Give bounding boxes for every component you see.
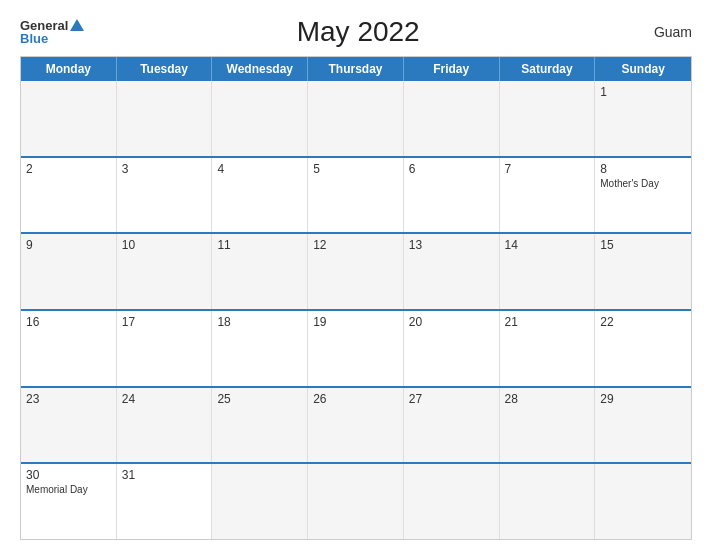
cal-cell <box>308 81 404 156</box>
cal-cell: 15 <box>595 234 691 309</box>
day-number: 26 <box>313 392 398 406</box>
calendar-body: 12345678Mother's Day91011121314151617181… <box>21 81 691 539</box>
cal-cell: 6 <box>404 158 500 233</box>
day-number: 3 <box>122 162 207 176</box>
day-number: 15 <box>600 238 686 252</box>
cal-cell: 10 <box>117 234 213 309</box>
cal-cell <box>212 464 308 539</box>
cal-cell <box>404 464 500 539</box>
day-number: 24 <box>122 392 207 406</box>
calendar-week-1: 1 <box>21 81 691 156</box>
calendar-week-6: 30Memorial Day31 <box>21 462 691 539</box>
logo-blue-text: Blue <box>20 32 48 45</box>
day-number: 21 <box>505 315 590 329</box>
day-number: 10 <box>122 238 207 252</box>
day-number: 18 <box>217 315 302 329</box>
calendar-title: May 2022 <box>84 16 632 48</box>
cal-cell: 28 <box>500 388 596 463</box>
cal-cell: 7 <box>500 158 596 233</box>
day-number: 17 <box>122 315 207 329</box>
cal-cell: 1 <box>595 81 691 156</box>
cal-cell: 23 <box>21 388 117 463</box>
day-number: 2 <box>26 162 111 176</box>
day-number: 28 <box>505 392 590 406</box>
day-header-sunday: Sunday <box>595 57 691 81</box>
header: General Blue May 2022 Guam <box>20 16 692 48</box>
cal-cell: 30Memorial Day <box>21 464 117 539</box>
day-number: 29 <box>600 392 686 406</box>
day-number: 13 <box>409 238 494 252</box>
cal-cell <box>500 464 596 539</box>
page: General Blue May 2022 Guam MondayTuesday… <box>0 0 712 550</box>
day-header-monday: Monday <box>21 57 117 81</box>
cal-cell: 24 <box>117 388 213 463</box>
day-header-saturday: Saturday <box>500 57 596 81</box>
cal-cell: 18 <box>212 311 308 386</box>
cal-cell <box>500 81 596 156</box>
cal-cell <box>21 81 117 156</box>
cal-cell: 4 <box>212 158 308 233</box>
day-number: 11 <box>217 238 302 252</box>
cal-cell <box>308 464 404 539</box>
day-number: 6 <box>409 162 494 176</box>
cal-cell: 9 <box>21 234 117 309</box>
day-header-wednesday: Wednesday <box>212 57 308 81</box>
logo-text: General Blue <box>20 19 84 45</box>
cal-cell: 21 <box>500 311 596 386</box>
cal-cell: 22 <box>595 311 691 386</box>
day-number: 1 <box>600 85 686 99</box>
cal-cell: 3 <box>117 158 213 233</box>
day-header-friday: Friday <box>404 57 500 81</box>
cal-cell: 19 <box>308 311 404 386</box>
day-number: 5 <box>313 162 398 176</box>
day-number: 8 <box>600 162 686 176</box>
cal-cell: 11 <box>212 234 308 309</box>
cal-cell: 14 <box>500 234 596 309</box>
region-label: Guam <box>632 24 692 40</box>
cal-cell: 29 <box>595 388 691 463</box>
day-number: 16 <box>26 315 111 329</box>
day-number: 4 <box>217 162 302 176</box>
day-number: 22 <box>600 315 686 329</box>
calendar-week-2: 2345678Mother's Day <box>21 156 691 233</box>
day-number: 27 <box>409 392 494 406</box>
cal-cell <box>212 81 308 156</box>
holiday-label: Mother's Day <box>600 178 686 189</box>
cal-cell <box>117 81 213 156</box>
day-number: 7 <box>505 162 590 176</box>
holiday-label: Memorial Day <box>26 484 111 495</box>
cal-cell: 16 <box>21 311 117 386</box>
day-number: 23 <box>26 392 111 406</box>
day-number: 31 <box>122 468 207 482</box>
cal-cell: 27 <box>404 388 500 463</box>
day-number: 12 <box>313 238 398 252</box>
day-header-thursday: Thursday <box>308 57 404 81</box>
cal-cell: 25 <box>212 388 308 463</box>
logo-triangle-icon <box>70 19 84 31</box>
calendar: MondayTuesdayWednesdayThursdayFridaySatu… <box>20 56 692 540</box>
day-number: 30 <box>26 468 111 482</box>
cal-cell: 5 <box>308 158 404 233</box>
cal-cell <box>595 464 691 539</box>
cal-cell: 20 <box>404 311 500 386</box>
day-number: 9 <box>26 238 111 252</box>
day-number: 25 <box>217 392 302 406</box>
day-number: 14 <box>505 238 590 252</box>
calendar-header-row: MondayTuesdayWednesdayThursdayFridaySatu… <box>21 57 691 81</box>
cal-cell: 31 <box>117 464 213 539</box>
cal-cell: 13 <box>404 234 500 309</box>
cal-cell: 26 <box>308 388 404 463</box>
cal-cell: 12 <box>308 234 404 309</box>
day-header-tuesday: Tuesday <box>117 57 213 81</box>
cal-cell: 17 <box>117 311 213 386</box>
cal-cell: 2 <box>21 158 117 233</box>
day-number: 19 <box>313 315 398 329</box>
calendar-week-5: 23242526272829 <box>21 386 691 463</box>
calendar-week-4: 16171819202122 <box>21 309 691 386</box>
cal-cell: 8Mother's Day <box>595 158 691 233</box>
logo: General Blue <box>20 19 84 45</box>
day-number: 20 <box>409 315 494 329</box>
cal-cell <box>404 81 500 156</box>
calendar-week-3: 9101112131415 <box>21 232 691 309</box>
